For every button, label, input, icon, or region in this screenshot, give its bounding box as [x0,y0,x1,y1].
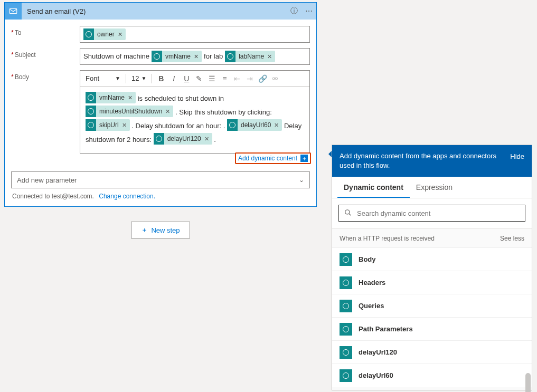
dynamic-content-list[interactable]: When a HTTP request is received See less… [332,228,532,390]
outdent-button[interactable]: ⇤ [231,73,243,84]
dynamic-icon [86,119,96,131]
indent-button[interactable]: ⇥ [244,73,256,84]
body-text: . Delay shutdown for an hour: . [131,122,225,130]
panel-header: Add dynamic content from the apps and co… [332,145,532,177]
close-icon[interactable]: ✕ [122,118,127,132]
dynamic-icon [154,133,164,145]
new-step-button[interactable]: ＋ New step [131,222,190,238]
token-labname[interactable]: labName✕ [225,51,275,62]
token-vmname[interactable]: vmName✕ [152,51,202,62]
add-parameter-dropdown[interactable]: Add new parameter ⌄ [11,171,310,188]
dynamic-icon [340,300,352,312]
group-header: When a HTTP request is received See less [332,228,532,247]
list-item[interactable]: delayUrl60 [332,364,532,387]
dynamic-icon [340,323,352,336]
body-content[interactable]: vmName✕ is scheduled to shut down in min… [80,87,309,153]
outlook-icon [5,3,22,20]
chevron-down-icon: ⌄ [299,176,304,184]
subject-input[interactable]: Shutdown of machine vmName✕ for lab labN… [80,48,310,65]
numbering-button[interactable]: ≡ [219,73,230,84]
card-body: *To owner✕ *Subject Shutdown of machine … [5,20,316,206]
card-title: Send an email (V2) [22,7,287,15]
hide-button[interactable]: Hide [510,152,524,160]
card-header: Send an email (V2) ⓘ ⋯ [5,3,316,20]
dynamic-icon [340,253,352,266]
list-item[interactable]: Headers [332,271,532,294]
link-button[interactable]: 🔗 [257,73,268,84]
list-item[interactable]: Queries [332,294,532,317]
email-action-card: Send an email (V2) ⓘ ⋯ *To owner✕ *Subje… [4,2,317,207]
more-icon[interactable]: ⋯ [302,7,316,15]
search-icon [344,209,352,218]
dynamic-icon [340,369,352,382]
body-editor: Font▼ 12▼ B I U ✎ ☰ ≡ ⇤ ⇥ 🔗 ⚮ [80,70,310,154]
dynamic-icon [152,51,162,62]
color-button[interactable]: ✎ [193,73,205,84]
connection-info: Connected to test@test.com. Change conne… [11,192,310,203]
close-icon[interactable]: ✕ [204,132,209,146]
dynamic-icon [83,28,94,40]
tab-dynamic-content[interactable]: Dynamic content [337,177,410,198]
subject-label: *Subject [11,48,80,59]
to-label: *To [11,26,80,36]
dynamic-icon [225,51,235,62]
svg-point-1 [345,209,350,214]
plus-icon: ＋ [300,155,308,162]
scrollbar-thumb[interactable] [525,373,531,392]
change-connection-link[interactable]: Change connection. [99,193,155,200]
close-icon[interactable]: ✕ [165,104,170,118]
info-icon[interactable]: ⓘ [287,6,302,16]
add-dynamic-content-link[interactable]: Add dynamic content ＋ [235,152,311,164]
unlink-button[interactable]: ⚮ [269,73,281,84]
bullets-button[interactable]: ☰ [206,73,218,84]
subject-text: Shutdown of machine [83,51,149,62]
font-select[interactable]: Font▼ [83,74,123,82]
rte-toolbar: Font▼ 12▼ B I U ✎ ☰ ≡ ⇤ ⇥ 🔗 ⚮ [80,71,309,87]
bold-button[interactable]: B [155,73,167,84]
list-item[interactable]: Body [332,247,532,271]
scrollbar[interactable] [525,373,531,392]
dynamic-icon [86,106,96,117]
svg-line-2 [349,213,351,215]
close-icon[interactable]: ✕ [194,51,199,62]
body-text: . Skip this shutdown by clicking: [175,108,272,116]
token-delay120[interactable]: delayUrl120✕ [154,133,212,145]
body-text: . [214,136,216,144]
close-icon[interactable]: ✕ [118,28,123,40]
token-vmname[interactable]: vmName✕ [86,92,136,103]
close-icon[interactable]: ✕ [274,118,279,132]
panel-tabs: Dynamic content Expression [332,177,532,198]
search-input[interactable] [357,209,520,217]
to-input[interactable]: owner✕ [80,26,310,43]
token-skipurl[interactable]: skipUrl✕ [86,119,130,131]
dynamic-icon [340,276,352,289]
body-label: *Body [11,70,80,81]
token-owner[interactable]: owner✕ [83,28,126,40]
underline-button[interactable]: U [181,73,192,84]
see-less-link[interactable]: See less [500,235,524,242]
italic-button[interactable]: I [168,73,180,84]
subject-text: for lab [204,51,223,62]
font-size-select[interactable]: 12▼ [129,74,148,82]
body-text: is scheduled to shut down in [138,94,224,102]
svg-rect-0 [10,9,17,14]
token-delay60[interactable]: delayUrl60✕ [227,119,282,131]
tab-expression[interactable]: Expression [410,177,459,198]
close-icon[interactable]: ✕ [128,91,133,104]
dynamic-content-panel: Add dynamic content from the apps and co… [332,145,532,390]
dynamic-icon [227,119,238,131]
dynamic-icon [86,92,96,103]
search-box[interactable] [338,205,525,222]
token-minutes[interactable]: minutesUntilShutdown✕ [86,106,173,117]
dynamic-icon [340,346,352,359]
list-item[interactable]: delayUrl120 [332,340,532,364]
plus-icon: ＋ [141,225,148,235]
list-item[interactable]: Path Parameters [332,317,532,340]
close-icon[interactable]: ✕ [267,51,272,62]
